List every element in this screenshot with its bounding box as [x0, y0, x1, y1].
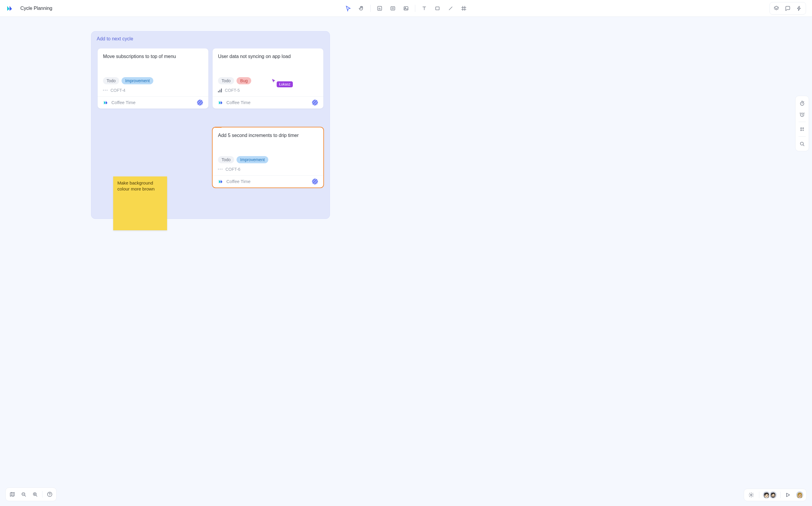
status-tag[interactable]: Todo: [218, 77, 234, 84]
separator: [759, 492, 759, 498]
presence-bar: 🧑🏻 🧔🏻 👩🏼: [744, 489, 807, 501]
app-logo-icon: [6, 5, 13, 12]
svg-point-14: [751, 494, 752, 496]
board-title[interactable]: Cycle Planning: [20, 6, 52, 11]
section-title[interactable]: Add to next cycle: [97, 36, 324, 41]
issue-card[interactable]: User data not syncing on app load Todo B…: [213, 49, 323, 108]
remote-cursor-label: Łukasz: [277, 81, 293, 87]
right-rail: [795, 96, 809, 151]
priority-none-icon[interactable]: [218, 169, 222, 170]
card-title: Add 5 second increments to drip timer: [218, 132, 318, 139]
alarm-button[interactable]: [797, 109, 808, 120]
view-controls: [5, 488, 57, 501]
help-button[interactable]: [44, 489, 55, 500]
team-avatar-icon[interactable]: [312, 178, 318, 184]
card-title: Move subscriptions to top of menu: [103, 53, 203, 60]
search-button[interactable]: [797, 139, 808, 149]
remote-cursor: Łukasz: [271, 78, 293, 87]
separator: [780, 492, 781, 498]
issue-card[interactable]: Move subscriptions to top of menu Todo I…: [97, 49, 208, 108]
project-logo-icon: [218, 100, 223, 105]
project-logo-icon: [103, 100, 109, 105]
zoom-in-button[interactable]: [29, 489, 41, 500]
status-tag[interactable]: Todo: [103, 77, 119, 84]
priority-high-icon[interactable]: [218, 88, 222, 92]
issue-id: COFT-6: [225, 167, 241, 172]
label-tag[interactable]: Improvement: [236, 156, 268, 163]
line-tool[interactable]: [445, 2, 457, 14]
project-name: Coffee Time: [226, 179, 309, 184]
priority-none-icon[interactable]: [103, 90, 108, 91]
svg-point-8: [803, 128, 804, 129]
project-name: Coffee Time: [226, 100, 309, 105]
toolbar: [342, 2, 470, 14]
presence-avatar[interactable]: 🧔🏻: [769, 491, 777, 499]
project-name: Coffee Time: [111, 100, 194, 105]
svg-point-10: [800, 142, 803, 145]
image-tool[interactable]: [400, 2, 412, 14]
svg-rect-2: [404, 7, 408, 10]
zoom-out-button[interactable]: [18, 489, 29, 500]
rail-separator: [799, 136, 806, 137]
svg-rect-4: [435, 7, 439, 10]
self-avatar[interactable]: 👩🏼: [796, 491, 804, 499]
add-components-button[interactable]: [797, 124, 808, 135]
selection-owner-tag: Kat: [213, 128, 222, 128]
toolbar-separator: [415, 5, 415, 12]
separator: [42, 491, 43, 498]
topbar-right-group: [769, 2, 806, 15]
svg-point-7: [801, 128, 802, 129]
label-tag[interactable]: Bug: [236, 77, 251, 84]
cursor-icon: [271, 78, 276, 83]
team-avatar-icon[interactable]: [312, 100, 318, 105]
present-button[interactable]: [784, 490, 793, 500]
canvas[interactable]: Add to next cycle Move subscriptions to …: [0, 17, 812, 506]
stopwatch-button[interactable]: [797, 98, 808, 108]
avatar-stack[interactable]: 🧑🏻 🧔🏻: [762, 491, 777, 499]
topbar: Cycle Planning: [0, 0, 812, 17]
project-logo-icon: [218, 179, 223, 184]
card-tool[interactable]: [387, 2, 399, 14]
minimap-button[interactable]: [7, 489, 18, 500]
comments-button[interactable]: [783, 3, 793, 14]
label-tag[interactable]: Improvement: [122, 77, 153, 84]
layers-button[interactable]: [771, 3, 782, 14]
card-title: User data not syncing on app load: [218, 53, 318, 60]
hand-tool[interactable]: [355, 2, 367, 14]
svg-point-9: [801, 130, 802, 131]
text-tool[interactable]: [418, 2, 430, 14]
settings-button[interactable]: [746, 490, 756, 500]
issue-id: COFT-4: [111, 88, 126, 93]
shape-tool[interactable]: [431, 2, 444, 14]
toolbar-separator: [370, 5, 371, 12]
select-tool[interactable]: [342, 2, 354, 14]
svg-rect-0: [378, 6, 382, 10]
svg-rect-1: [391, 7, 395, 10]
team-avatar-icon[interactable]: [197, 100, 203, 105]
issue-card-selected[interactable]: Kat Add 5 second increments to drip time…: [213, 128, 323, 187]
sticky-text: Make background colour more brown: [117, 180, 154, 191]
rail-separator: [799, 122, 806, 122]
svg-point-3: [405, 7, 406, 8]
actions-button[interactable]: [794, 3, 805, 14]
sticky-note[interactable]: Make background colour more brown: [113, 176, 167, 230]
issue-id: COFT-5: [225, 88, 240, 93]
note-tool[interactable]: [374, 2, 386, 14]
status-tag[interactable]: Todo: [218, 156, 234, 163]
frame-tool[interactable]: [458, 2, 470, 14]
